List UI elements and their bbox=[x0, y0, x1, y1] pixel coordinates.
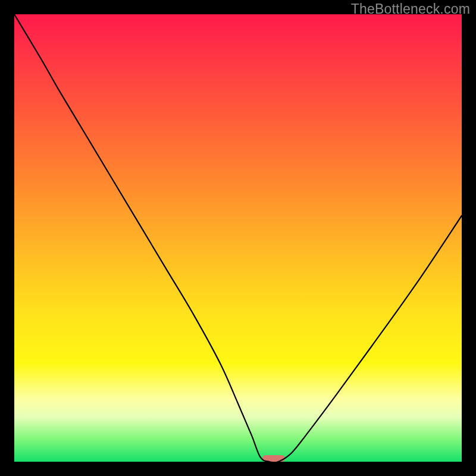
watermark: TheBottleneck.com bbox=[351, 1, 470, 17]
plot-area bbox=[14, 14, 462, 462]
chart-stage: TheBottleneck.com bbox=[0, 0, 476, 476]
bottleneck-curve bbox=[14, 14, 462, 462]
curve-path bbox=[14, 14, 462, 462]
